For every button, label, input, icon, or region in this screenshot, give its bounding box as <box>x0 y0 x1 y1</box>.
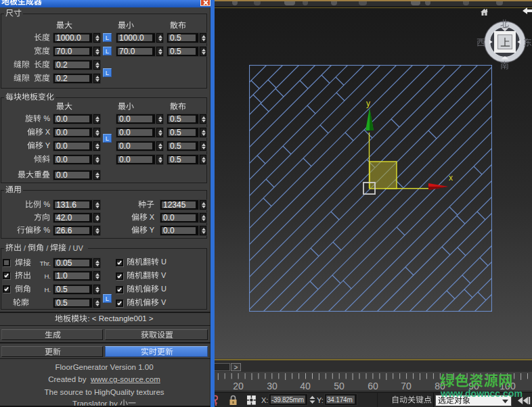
svg-text:y: y <box>366 99 370 108</box>
svg-text:x: x <box>449 173 453 183</box>
